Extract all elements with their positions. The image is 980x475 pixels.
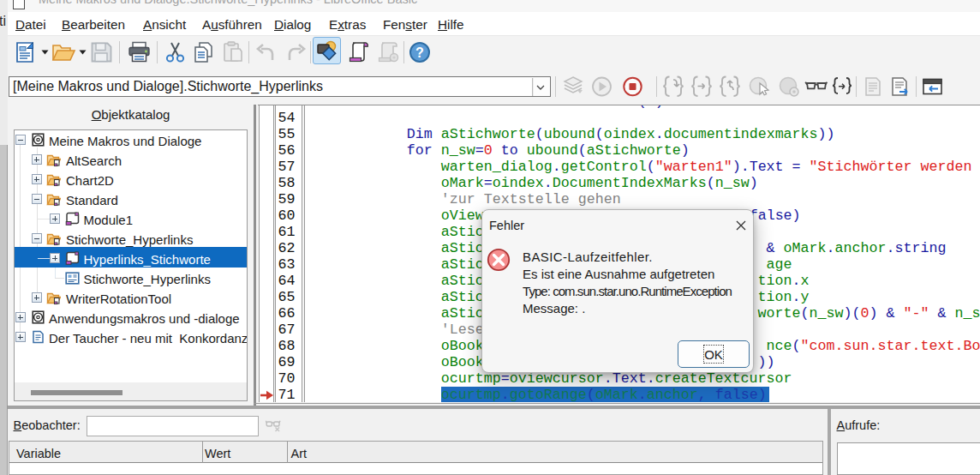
svg-text:?: ? <box>415 45 424 60</box>
